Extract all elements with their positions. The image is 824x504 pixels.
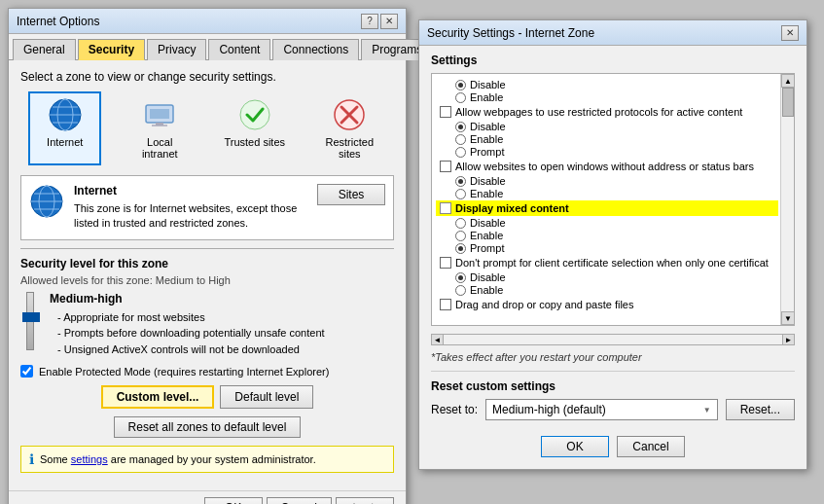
level-bullets: Appropriate for most websites Prompts be… [50,309,394,358]
tab-content[interactable]: Content [208,39,270,60]
zone-local-intranet[interactable]: Local intranet [124,91,197,165]
apply-button[interactable]: Apply [336,497,394,504]
zone-internet-label: Internet [47,136,83,148]
reset-row: Reset to: Medium-high (default) ▼ Reset.… [431,399,795,420]
radio-disable-3-circle [455,176,466,187]
level-slider[interactable] [20,292,40,350]
scroll-thumb[interactable] [782,88,794,117]
default-level-button[interactable]: Default level [220,385,313,409]
bullet-2: Prompts before downloading potentially u… [57,325,394,342]
radio-disable-4-circle [455,218,466,229]
takes-effect-text: *Takes effect after you restart your com… [431,351,795,363]
section-drag-drop: Drag and drop or copy and paste files [436,297,778,312]
radio-enable-5[interactable]: Enable [436,284,778,296]
zone-trusted-sites-label: Trusted sites [224,136,285,148]
internet-icon [48,97,83,132]
bullet-3: Unsigned ActiveX controls will not be do… [57,342,394,358]
security-level-title: Security level for this zone [20,257,394,270]
slider-thumb [22,312,40,322]
radio-disable-2[interactable]: Disable [436,121,778,132]
reset-button[interactable]: Reset... [726,399,795,420]
radio-enable-1[interactable]: Enable [436,91,778,103]
info-text: Some settings are managed by your system… [40,453,316,465]
settings-link[interactable]: settings [71,453,108,465]
security-cancel-button[interactable]: Cancel [617,436,685,457]
radio-disable-5[interactable]: Disable [436,271,778,283]
radio-prompt-2-circle [455,147,466,158]
info-icon: ℹ [29,451,34,467]
radio-prompt-4[interactable]: Prompt [436,242,778,254]
custom-level-button[interactable]: Custom level... [101,385,215,409]
zone-internet[interactable]: Internet [28,91,101,165]
radio-enable-1-circle [455,92,466,103]
settings-label: Settings [431,54,795,67]
settings-list[interactable]: Disable Enable Allow webpages to use res… [431,73,795,326]
radio-enable-2-circle [455,134,466,145]
scroll-left-button[interactable]: ◄ [432,335,444,344]
protected-mode-label: Enable Protected Mode (requires restarti… [39,366,329,378]
zone-description-box: Internet This zone is for Internet websi… [20,175,394,240]
level-name: Medium-high [50,292,394,306]
tab-general[interactable]: General [13,39,76,60]
scroll-down-button[interactable]: ▼ [781,311,795,325]
zone-desc-text: Internet This zone is for Internet websi… [74,184,307,232]
slider-track [26,292,34,350]
internet-options-titlebar: Internet Options ? ✕ [9,9,406,34]
restricted-sites-icon [332,97,367,132]
security-settings-dialog: Security Settings - Internet Zone ✕ Sett… [418,19,807,470]
protected-mode-checkbox[interactable] [20,365,33,378]
bullet-1: Appropriate for most websites [57,309,394,326]
radio-enable-4[interactable]: Enable [436,230,778,241]
dialog-content: Select a zone to view or change security… [9,60,406,490]
checkbox-display-mixed[interactable] [440,202,451,214]
checkbox-allow-webpages[interactable] [440,106,451,118]
tab-connections[interactable]: Connections [272,39,359,60]
radio-disable-3[interactable]: Disable [436,175,778,187]
security-settings-title: Security Settings - Internet Zone [427,26,594,40]
ok-button[interactable]: OK [204,497,263,504]
sites-button[interactable]: Sites [317,184,385,205]
dropdown-arrow-icon: ▼ [703,406,711,414]
svg-point-9 [240,100,269,129]
section-dont-prompt-cert: Don't prompt for client certificate sele… [436,255,778,270]
security-settings-close-button[interactable]: ✕ [781,25,799,41]
tab-security[interactable]: Security [78,39,145,60]
radio-disable-1[interactable]: Disable [436,79,778,90]
security-ok-button[interactable]: OK [541,436,609,457]
reset-to-label: Reset to: [431,403,478,416]
radio-enable-2[interactable]: Enable [436,133,778,145]
protected-mode-row: Enable Protected Mode (requires restarti… [20,365,394,378]
trusted-sites-icon [237,97,272,132]
scroll-right-button[interactable]: ► [782,335,794,344]
checkbox-dont-prompt[interactable] [440,257,451,269]
reset-all-button[interactable]: Reset all zones to default level [114,416,302,438]
zone-restricted-sites[interactable]: Restricted sites [313,91,386,165]
reset-section: Reset custom settings Reset to: Medium-h… [431,371,795,420]
scroll-up-button[interactable]: ▲ [781,74,795,88]
checkbox-drag-drop[interactable] [440,299,451,310]
reset-dropdown[interactable]: Medium-high (default) ▼ [485,399,718,420]
cancel-button[interactable]: Cancel [267,497,332,504]
close-button[interactable]: ✕ [380,14,398,29]
svg-rect-6 [150,109,169,119]
zone-instruction: Select a zone to view or change security… [20,70,394,84]
zone-restricted-sites-label: Restricted sites [319,136,380,160]
reset-all-row: Reset all zones to default level [20,416,394,438]
checkbox-allow-windows[interactable] [440,161,451,172]
security-level-section: Security level for this zone Allowed lev… [20,248,394,358]
scrollbar[interactable]: ▲ ▼ [780,74,794,325]
horizontal-scrollbar[interactable]: ◄ ► [431,334,795,345]
level-buttons: Custom level... Default level [20,385,394,409]
radio-disable-1-circle [455,80,466,90]
radio-enable-3[interactable]: Enable [436,188,778,199]
radio-disable-4[interactable]: Disable [436,217,778,229]
help-button[interactable]: ? [361,14,378,29]
zone-trusted-sites[interactable]: Trusted sites [218,91,291,165]
radio-prompt-2[interactable]: Prompt [436,146,778,158]
settings-content: Settings Disable Enable Allow webpages t… [419,46,806,428]
info-bar: ℹ Some settings are managed by your syst… [20,446,394,473]
radio-enable-4-circle [455,231,466,241]
tab-privacy[interactable]: Privacy [147,39,206,60]
internet-options-footer: OK Cancel Apply [9,490,406,504]
allowed-text: Allowed levels for this zone: Medium to … [20,274,394,286]
